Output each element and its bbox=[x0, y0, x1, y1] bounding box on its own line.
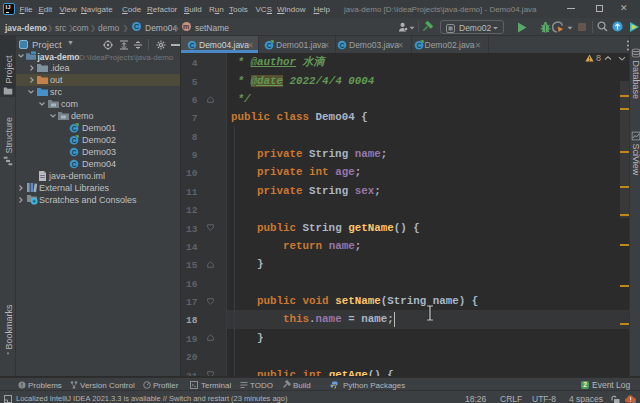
svg-text:C: C bbox=[72, 125, 77, 132]
svg-text:C: C bbox=[72, 149, 77, 156]
svg-text:2: 2 bbox=[583, 381, 587, 388]
svg-text:C: C bbox=[72, 161, 77, 168]
svg-text:C: C bbox=[340, 42, 345, 49]
svg-text:C: C bbox=[417, 42, 422, 49]
svg-text:C: C bbox=[190, 42, 195, 49]
svg-text:C: C bbox=[72, 137, 77, 144]
svg-text:C: C bbox=[267, 42, 272, 49]
